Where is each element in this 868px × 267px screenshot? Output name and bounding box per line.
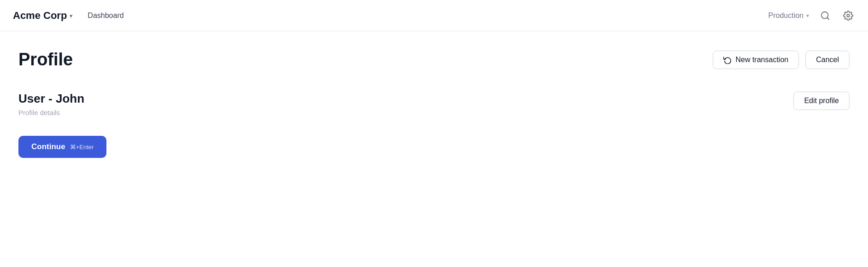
profile-info: User - John Profile details Continue ⌘+E… xyxy=(18,92,106,158)
cancel-button[interactable]: Cancel xyxy=(805,51,850,69)
search-icon xyxy=(820,11,830,21)
new-transaction-label: New transaction xyxy=(735,56,788,64)
svg-line-1 xyxy=(827,17,829,19)
navbar-left: Acme Corp ▾ Dashboard xyxy=(13,10,124,22)
profile-section: User - John Profile details Continue ⌘+E… xyxy=(18,92,850,158)
shortcut-hint: ⌘+Enter xyxy=(70,144,94,151)
navbar-right: Production ▾ xyxy=(768,9,856,23)
page-header: Profile New transaction Cancel xyxy=(18,50,850,70)
refresh-icon xyxy=(723,56,732,64)
brand-chevron-icon: ▾ xyxy=(70,12,73,19)
search-button[interactable] xyxy=(818,9,832,23)
gear-icon xyxy=(843,11,853,21)
svg-point-2 xyxy=(847,14,850,17)
dashboard-nav-link[interactable]: Dashboard xyxy=(88,12,123,20)
env-chevron-icon: ▾ xyxy=(806,12,809,19)
continue-label: Continue xyxy=(31,142,65,151)
settings-button[interactable] xyxy=(841,9,855,23)
header-actions: New transaction Cancel xyxy=(713,51,850,69)
brand-name: Acme Corp xyxy=(13,10,67,22)
edit-profile-button[interactable]: Edit profile xyxy=(793,92,850,110)
env-label: Production xyxy=(768,12,804,20)
edit-profile-actions: Edit profile xyxy=(793,92,850,110)
profile-subtitle: Profile details xyxy=(18,109,106,116)
main-content: Profile New transaction Cancel User - Jo… xyxy=(0,31,868,176)
brand[interactable]: Acme Corp ▾ xyxy=(13,10,73,22)
edit-profile-label: Edit profile xyxy=(804,97,839,105)
continue-button[interactable]: Continue ⌘+Enter xyxy=(18,136,106,158)
continue-row: Continue ⌘+Enter xyxy=(18,136,106,158)
cancel-label: Cancel xyxy=(816,56,839,64)
env-selector[interactable]: Production ▾ xyxy=(768,12,809,20)
navbar: Acme Corp ▾ Dashboard Production ▾ xyxy=(0,0,868,31)
profile-name: User - John xyxy=(18,92,106,106)
new-transaction-button[interactable]: New transaction xyxy=(713,51,799,69)
page-title: Profile xyxy=(18,50,73,70)
shortcut-text: ⌘+Enter xyxy=(70,144,94,151)
